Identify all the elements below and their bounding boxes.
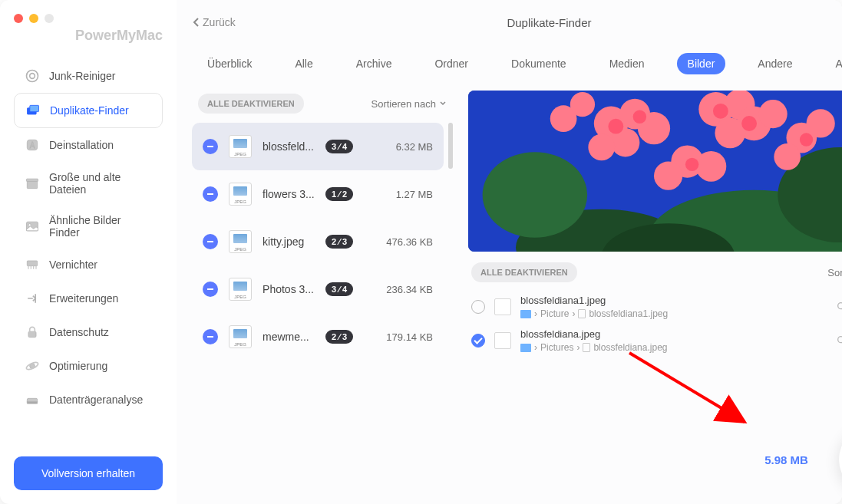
svg-point-1 xyxy=(30,74,35,79)
collapse-icon[interactable] xyxy=(203,186,218,202)
svg-point-24 xyxy=(483,152,588,238)
tabs: Überblick Alle Archive Ordner Dokumente … xyxy=(177,44,842,83)
svg-point-40 xyxy=(807,109,835,137)
maximize-dot[interactable] xyxy=(45,14,54,23)
sidebar-item-similar[interactable]: Ähnliche Bilder Finder xyxy=(14,205,163,248)
window-controls[interactable] xyxy=(14,14,54,23)
tab-overview[interactable]: Überblick xyxy=(196,53,263,74)
close-dot[interactable] xyxy=(14,14,23,23)
lock-icon xyxy=(25,324,40,340)
folder-icon xyxy=(520,310,531,318)
jpeg-thumb-icon xyxy=(229,278,252,301)
jpeg-thumb-icon xyxy=(229,325,252,348)
tab-documents[interactable]: Dokumente xyxy=(500,53,577,74)
tab-images[interactable]: Bilder xyxy=(677,53,726,74)
folder-icon xyxy=(520,344,531,352)
group-row[interactable]: Photos 3... 3 ⁄ 4 236.34 KB xyxy=(192,265,444,313)
sidebar-item-junk[interactable]: Junk-Reiniger xyxy=(14,59,163,93)
group-size: 179.14 KB xyxy=(386,331,433,343)
sort-by-dropdown[interactable]: Sortieren nach xyxy=(371,98,447,110)
file-row[interactable]: blossfeldiana1.jpeg › Picture › blossfel… xyxy=(468,290,842,324)
file-path: › Picture › blossfeldiana1.jpeg xyxy=(520,308,668,319)
svg-point-47 xyxy=(741,116,757,131)
sidebar-item-label: Deinstallation xyxy=(49,139,114,151)
group-row[interactable]: kitty.jpeg 2 ⁄ 3 476.36 KB xyxy=(192,218,444,265)
back-button[interactable]: Zurück xyxy=(192,16,236,28)
tab-media[interactable]: Medien xyxy=(599,53,655,74)
collapse-icon[interactable] xyxy=(203,139,218,154)
minimize-dot[interactable] xyxy=(29,14,38,23)
clean-button[interactable]: Bereinigen xyxy=(839,426,842,493)
collapse-icon[interactable] xyxy=(203,234,218,249)
scrollbar[interactable] xyxy=(448,123,453,169)
svg-point-52 xyxy=(838,337,842,343)
collapse-icon[interactable] xyxy=(203,329,218,344)
sidebar-item-uninstall[interactable]: A Deinstallation xyxy=(14,128,163,162)
group-size: 236.34 KB xyxy=(386,284,433,295)
folders-icon xyxy=(25,103,41,118)
chevron-left-icon xyxy=(192,17,200,28)
svg-point-34 xyxy=(715,118,745,149)
search-icon[interactable] xyxy=(836,301,842,313)
svg-rect-6 xyxy=(27,181,37,189)
deactivate-all-button[interactable]: ALLE DEAKTIVIEREN xyxy=(198,94,304,114)
search-icon[interactable] xyxy=(836,334,842,347)
svg-rect-19 xyxy=(27,402,37,404)
tab-archive[interactable]: Archive xyxy=(345,53,403,74)
file-icon xyxy=(583,343,590,352)
svg-point-35 xyxy=(759,100,788,128)
svg-text:A: A xyxy=(30,141,35,150)
full-version-button[interactable]: Vollversion erhalten xyxy=(14,456,163,490)
svg-point-46 xyxy=(713,104,728,119)
svg-rect-10 xyxy=(27,261,37,266)
chevron-down-icon xyxy=(439,100,447,107)
group-row[interactable]: flowers 3... 1 ⁄ 2 1.27 MB xyxy=(192,170,444,218)
svg-rect-15 xyxy=(28,331,36,338)
tab-selected[interactable]: Ausgewählt xyxy=(825,53,843,74)
target-icon xyxy=(25,68,40,84)
sidebar-item-duplicate[interactable]: Duplikate-Finder xyxy=(14,93,163,128)
checkbox[interactable] xyxy=(471,300,485,314)
sidebar-item-label: Vernichter xyxy=(49,259,97,271)
group-row[interactable]: mewme... 2 ⁄ 3 179.14 KB xyxy=(192,313,444,361)
main: Zurück Duplikate-Finder ? Überblick Alle… xyxy=(177,0,842,504)
sidebar-item-label: Optimierung xyxy=(49,360,107,372)
shredder-icon xyxy=(25,257,40,272)
count-badge: 2 ⁄ 3 xyxy=(325,235,353,249)
collapse-icon[interactable] xyxy=(203,282,218,297)
app-icon: A xyxy=(25,137,40,153)
tab-all[interactable]: Alle xyxy=(284,53,323,74)
jpeg-thumb-icon xyxy=(229,135,252,158)
svg-point-41 xyxy=(774,143,801,170)
file-name: blossfeldiana1.jpeg xyxy=(520,295,668,306)
sidebar-item-privacy[interactable]: Datenschutz xyxy=(14,315,163,349)
sidebar-item-label: Junk-Reiniger xyxy=(49,70,115,82)
svg-rect-7 xyxy=(27,179,38,181)
disk-icon xyxy=(25,392,40,407)
sidebar-item-optimize[interactable]: Optimierung xyxy=(14,349,163,383)
sidebar-item-disk[interactable]: Datenträgeranalyse xyxy=(14,383,163,417)
sidebar-item-large[interactable]: Große und alte Dateien xyxy=(14,162,163,205)
file-row[interactable]: blossfeldiana.jpeg › Pictures › blossfel… xyxy=(468,324,842,357)
orbit-icon xyxy=(25,358,40,374)
jpeg-thumb-icon xyxy=(229,183,252,206)
file-name: blossfeldiana.jpeg xyxy=(520,328,667,340)
checkbox[interactable] xyxy=(471,334,485,348)
header: Zurück Duplikate-Finder ? xyxy=(177,0,842,44)
sidebar-item-extensions[interactable]: Erweiterungen xyxy=(14,282,163,315)
tab-folder[interactable]: Ordner xyxy=(424,53,479,74)
svg-point-45 xyxy=(633,110,646,124)
sidebar-item-shredder[interactable]: Vernichter xyxy=(14,248,163,282)
sidebar-item-label: Erweiterungen xyxy=(49,292,118,305)
svg-point-49 xyxy=(800,133,813,146)
sidebar-item-label: Datenträgeranalyse xyxy=(49,394,143,406)
tab-other[interactable]: Andere xyxy=(747,53,803,74)
deactivate-all-button-files[interactable]: ALLE DEAKTIVIEREN xyxy=(471,262,577,282)
file-thumb-icon xyxy=(494,298,511,315)
image-preview xyxy=(468,91,842,252)
group-row[interactable]: blossfeld... 3 ⁄ 4 6.32 MB xyxy=(192,123,444,170)
sort-by-dropdown-files[interactable]: Sortieren nach xyxy=(827,267,842,278)
group-name: Photos 3... xyxy=(263,283,315,295)
jpeg-thumb-icon xyxy=(229,230,252,253)
svg-point-38 xyxy=(654,162,682,190)
